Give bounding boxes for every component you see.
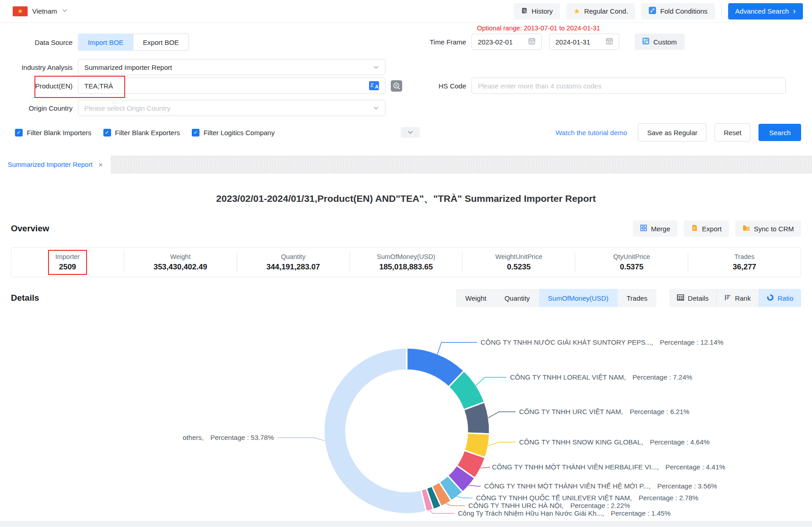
fold-conditions-button[interactable]: Fold Conditions — [642, 3, 715, 20]
data-source-toggle: Import BOE Export BOE — [78, 34, 189, 51]
regular-cond-button[interactable]: ★ Regular Cond. — [566, 3, 635, 20]
view-tab-label: Ratio — [778, 294, 793, 302]
advanced-search-button[interactable]: Advanced Search › — [728, 3, 803, 20]
horizontal-scrollbar[interactable] — [0, 521, 812, 527]
pie-leader-line — [488, 412, 515, 418]
export-label: Export — [702, 225, 721, 233]
metric-tab-quantity[interactable]: Quantity — [496, 289, 539, 307]
view-tab-label: Rank — [735, 294, 751, 302]
header-actions: History ★ Regular Cond. Fold Conditions … — [514, 3, 803, 20]
pie-label-c-ng-ty-tnhh-snow-king-global: CÔNG TY TNHH SNOW KING GLOBAL, Percentag… — [519, 438, 710, 446]
product-input[interactable]: TEA;TRÀ A — [78, 78, 385, 94]
details-controls: WeightQuantitySumOfMoney(USD)Trades Deta… — [456, 289, 801, 307]
import-boe-tab[interactable]: Import BOE — [78, 34, 133, 51]
pie-label-c-ng-ty-tnhh-m-t-th-nh-vi-n-herbalife-vi: CÔNG TY TNHH MỘT THÀNH VIÊN HERBALIFE VI… — [492, 463, 725, 471]
sync-folder-icon — [743, 224, 750, 233]
metric-tab-weight[interactable]: Weight — [456, 289, 495, 307]
ratio-donut-chart: CÔNG TY TNHH NƯỚC GIẢI KHÁT SUNTORY PEPS… — [0, 313, 812, 521]
view-tab-ratio[interactable]: Ratio — [759, 289, 801, 307]
export-file-icon — [691, 224, 698, 233]
hs-code-row: HS Code Please enter more than 4 customs… — [421, 78, 786, 94]
date-from-input[interactable]: 2023-02-01 — [472, 34, 542, 50]
stat-label: SumOfMoney(USD) — [377, 253, 435, 260]
country-selector[interactable]: ★ Vietnam — [13, 6, 68, 16]
chevron-down-icon — [62, 7, 68, 15]
pie-leader-line — [438, 342, 477, 354]
tutorial-link[interactable]: Watch the tutorial demo — [556, 129, 627, 137]
checkbox-checked-icon: ✓ — [103, 129, 111, 137]
industry-analysis-value: Summarized Importer Report — [84, 63, 172, 71]
data-source-label: Data Source — [0, 39, 78, 46]
history-button[interactable]: History — [514, 3, 560, 20]
checkbox-filter-logitics-company[interactable]: ✓Filter Logitics Company — [192, 129, 275, 137]
view-tab-details[interactable]: Details — [669, 289, 716, 307]
merge-label: Merge — [651, 225, 671, 233]
svg-text:A: A — [375, 84, 379, 89]
stat-trades: Trades36,277 — [688, 252, 801, 272]
metric-tab-sumofmoney-usd[interactable]: SumOfMoney(USD) — [539, 289, 618, 307]
advanced-search-label: Advanced Search — [735, 7, 789, 15]
checkbox-filter-blank-importers[interactable]: ✓Filter Blank Importers — [15, 129, 92, 137]
stat-label: QtyUnitPrice — [613, 253, 650, 260]
stat-value: 0.5375 — [613, 263, 650, 272]
exact-match-button[interactable] — [391, 80, 402, 92]
details-table-icon — [677, 294, 684, 302]
stat-weight: Weight353,430,402.49 — [124, 252, 237, 272]
save-as-regular-button[interactable]: Save as Regular — [638, 123, 706, 142]
pie-label-c-ng-ty-tnhh-n-c-gi-i-kh-t-suntory-peps: CÔNG TY TNHH NƯỚC GIẢI KHÁT SUNTORY PEPS… — [481, 338, 724, 346]
sync-to-crm-button[interactable]: Sync to CRM — [735, 220, 801, 237]
pie-label-others: others, Percentage : 53.78% — [183, 434, 274, 441]
view-tab-rank[interactable]: Rank — [716, 289, 759, 307]
importer-annotation-box: Importer2509 — [48, 250, 87, 275]
arrow-right-icon: › — [793, 7, 796, 15]
close-icon[interactable]: × — [98, 161, 103, 169]
chevron-down-icon — [373, 64, 379, 70]
checkbox-label: Filter Logitics Company — [204, 129, 275, 137]
origin-country-placeholder: Please select Origin Country — [84, 104, 170, 112]
merge-icon — [640, 224, 647, 233]
calendar-icon — [528, 38, 535, 46]
app-root: ★ Vietnam History ★ Regular Cond. Fold C… — [0, 0, 812, 527]
custom-range-button[interactable]: Custom — [635, 34, 685, 50]
tab-bar: Summarized Importer Report × — [0, 156, 812, 174]
stat-value: 353,430,402.49 — [154, 263, 207, 272]
stat-label: WeightUnitPrice — [496, 253, 543, 260]
industry-analysis-label: Industry Analysis — [0, 63, 78, 71]
metric-tabs: WeightQuantitySumOfMoney(USD)Trades — [456, 289, 656, 307]
search-button[interactable]: Search — [759, 124, 801, 141]
export-boe-tab[interactable]: Export BOE — [133, 34, 189, 51]
hs-code-input[interactable]: Please enter more than 4 customs codes — [472, 78, 786, 94]
pie-label-c-ng-ty-tnhh-urc-h-n-i: CÔNG TY TNHH URC HÀ NỘI, Percentage : 2.… — [468, 502, 630, 509]
top-header: ★ Vietnam History ★ Regular Cond. Fold C… — [0, 0, 812, 23]
stat-value: 0.5235 — [496, 263, 543, 272]
export-button[interactable]: Export — [684, 220, 729, 237]
stat-quantity: Quantity344,191,283.07 — [237, 252, 350, 272]
chevron-down-icon — [373, 105, 379, 111]
collapse-conditions-button[interactable] — [401, 127, 420, 138]
rank-icon — [724, 294, 731, 302]
date-to-input[interactable]: 2024-01-31 — [549, 34, 619, 50]
view-tabs: DetailsRankRatio — [669, 289, 801, 307]
filter-checkbox-row: ✓Filter Blank Importers✓Filter Blank Exp… — [0, 129, 275, 137]
merge-button[interactable]: Merge — [633, 220, 678, 237]
history-icon — [521, 7, 528, 15]
history-label: History — [532, 7, 553, 15]
time-frame-row: Time Frame 2023-02-01 2024-01-31 Custom — [421, 34, 685, 50]
reset-button[interactable]: Reset — [715, 123, 750, 142]
stat-label: Quantity — [267, 253, 320, 260]
view-tab-label: Details — [688, 294, 709, 302]
pie-slice-others[interactable] — [324, 348, 426, 514]
origin-country-select[interactable]: Please select Origin Country — [78, 100, 385, 116]
checkbox-checked-icon: ✓ — [15, 129, 23, 137]
hs-code-placeholder: Please enter more than 4 customs codes — [478, 82, 602, 90]
header-divider — [721, 5, 722, 17]
checkbox-filter-blank-exporters[interactable]: ✓Filter Blank Exporters — [103, 129, 180, 137]
metric-tab-trades[interactable]: Trades — [618, 289, 656, 307]
tab-summarized-importer-report[interactable]: Summarized Importer Report × — [0, 156, 111, 174]
stat-value: 185,018,883.65 — [377, 263, 435, 272]
pie-leader-line — [430, 510, 454, 513]
vietnam-flag-icon: ★ — [13, 6, 28, 16]
industry-analysis-select[interactable]: Summarized Importer Report — [78, 59, 385, 75]
stat-label: Weight — [154, 253, 207, 260]
translate-icon[interactable]: A — [369, 81, 379, 90]
